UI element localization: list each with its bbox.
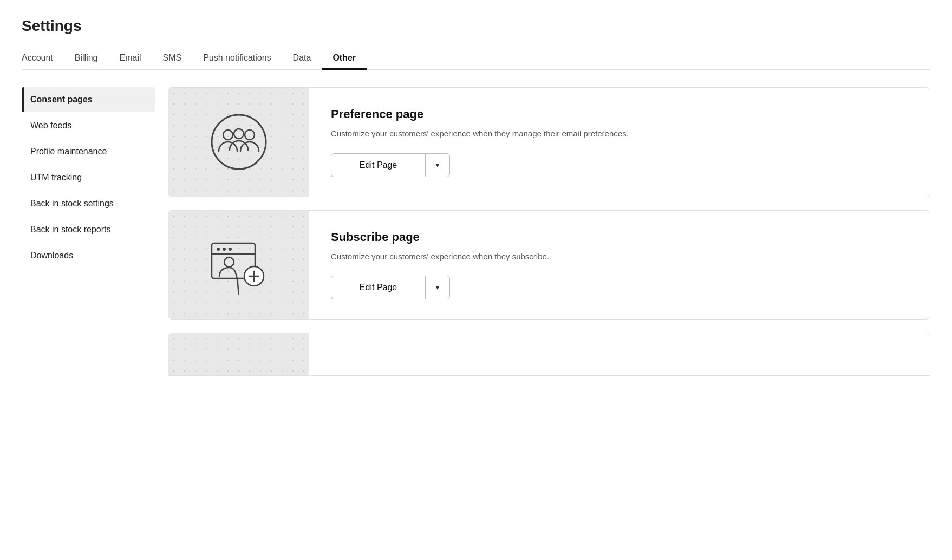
subscribe-page-dropdown-button[interactable]: ▼ (425, 276, 450, 299)
sidebar-item-back-in-stock-settings[interactable]: Back in stock settings (22, 191, 155, 216)
subscribe-page-description: Customize your customers' experience whe… (331, 251, 656, 263)
sidebar-item-web-feeds[interactable]: Web feeds (22, 113, 155, 138)
svg-point-2 (234, 129, 244, 139)
subscribe-page-dropdown-arrow: ▼ (434, 284, 441, 291)
sidebar-item-utm-tracking[interactable]: UTM tracking (22, 165, 155, 190)
tab-email[interactable]: Email (109, 48, 152, 70)
subscribe-page-edit-button[interactable]: Edit Page (331, 276, 425, 299)
svg-point-7 (229, 248, 232, 251)
preference-page-dropdown-arrow: ▼ (434, 161, 441, 169)
main-layout: Consent pages Web feeds Profile maintena… (22, 87, 930, 376)
tab-data[interactable]: Data (282, 48, 322, 70)
content-area: Preference page Customize your customers… (168, 87, 930, 376)
tab-sms[interactable]: SMS (152, 48, 193, 70)
svg-point-6 (223, 248, 226, 251)
subscribe-page-icon (206, 235, 271, 295)
sidebar-item-consent-pages[interactable]: Consent pages (22, 87, 155, 112)
preference-page-edit-group: Edit Page ▼ (331, 153, 450, 177)
subscribe-page-card: Subscribe page Customize your customers'… (168, 210, 930, 320)
sidebar-item-downloads[interactable]: Downloads (22, 243, 155, 268)
svg-point-5 (217, 248, 220, 251)
subscribe-page-body: Subscribe page Customize your customers'… (309, 211, 930, 320)
preference-page-body: Preference page Customize your customers… (309, 88, 930, 197)
preference-page-edit-button[interactable]: Edit Page (331, 153, 425, 177)
page-title: Settings (22, 17, 930, 35)
tab-billing[interactable]: Billing (64, 48, 109, 70)
preference-page-icon (209, 112, 269, 172)
subscribe-page-edit-group: Edit Page ▼ (331, 276, 450, 299)
third-page-body-partial (309, 333, 930, 375)
svg-point-9 (224, 257, 234, 267)
svg-point-3 (245, 130, 255, 140)
page-wrapper: Settings Account Billing Email SMS Push … (0, 0, 952, 393)
svg-point-1 (223, 130, 233, 140)
preference-page-image (168, 88, 309, 197)
tab-push-notifications[interactable]: Push notifications (192, 48, 282, 70)
preference-page-dropdown-button[interactable]: ▼ (425, 153, 450, 177)
sidebar: Consent pages Web feeds Profile maintena… (22, 87, 168, 376)
subscribe-page-image (168, 211, 309, 320)
tab-other[interactable]: Other (322, 48, 367, 70)
subscribe-page-title: Subscribe page (331, 230, 908, 244)
sidebar-item-profile-maintenance[interactable]: Profile maintenance (22, 139, 155, 164)
svg-point-0 (212, 115, 266, 169)
preference-page-description: Customize your customers' experience whe… (331, 128, 656, 140)
preference-page-card: Preference page Customize your customers… (168, 87, 930, 197)
third-page-image-partial (168, 333, 309, 375)
third-page-card-partial (168, 333, 930, 376)
preference-page-title: Preference page (331, 107, 908, 121)
top-nav: Account Billing Email SMS Push notificat… (22, 48, 930, 70)
tab-account[interactable]: Account (22, 48, 64, 70)
sidebar-item-back-in-stock-reports[interactable]: Back in stock reports (22, 217, 155, 242)
